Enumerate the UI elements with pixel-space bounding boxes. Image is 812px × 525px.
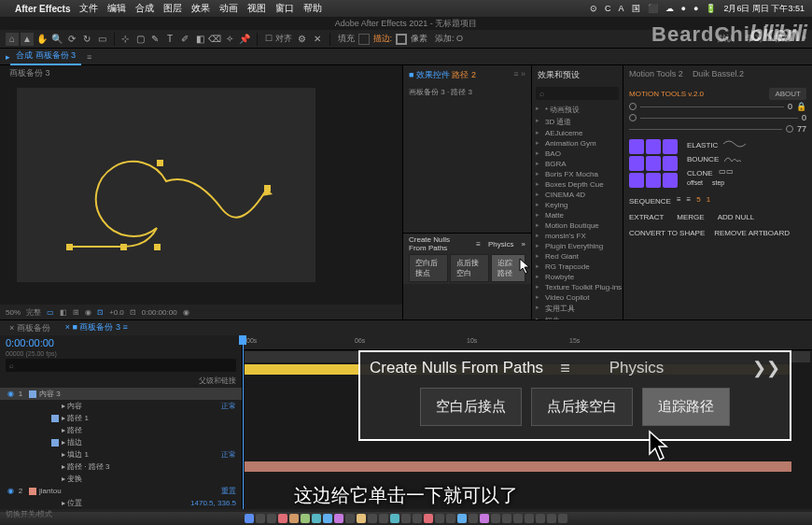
- viewer-icon[interactable]: ⊡: [130, 308, 136, 317]
- preset-folder[interactable]: Plugin Everything: [536, 241, 619, 251]
- zoom-dropdown[interactable]: 50%: [6, 308, 21, 317]
- dock-app[interactable]: [245, 514, 254, 523]
- layer-row[interactable]: ▸ 描边: [0, 436, 242, 448]
- preset-folder[interactable]: Keying: [536, 200, 619, 210]
- dock-app[interactable]: [446, 514, 455, 523]
- layer-row[interactable]: ◉1内容 3: [0, 388, 242, 400]
- cnfp-menu-icon[interactable]: ≡: [476, 240, 481, 248]
- dock-app[interactable]: [435, 514, 444, 523]
- about-button[interactable]: ABOUT: [769, 88, 806, 100]
- dock-app[interactable]: [289, 514, 299, 523]
- menu-file[interactable]: 文件: [79, 2, 98, 15]
- layer-row[interactable]: ▸ 路径: [0, 424, 242, 436]
- preset-list[interactable]: * 动画预设3D 通道AEJuicemeAnimation GymBAOBGRA…: [532, 102, 623, 319]
- elastic-icon[interactable]: [723, 138, 746, 149]
- dock-app[interactable]: [525, 514, 534, 523]
- path-shape[interactable]: [17, 88, 315, 282]
- roto-tool-icon[interactable]: ✧: [223, 33, 236, 46]
- menu-effect[interactable]: 效果: [191, 2, 210, 15]
- comp-menu-icon[interactable]: ≡: [81, 50, 97, 64]
- stroke-swatch[interactable]: [396, 34, 407, 45]
- preset-folder[interactable]: RG Trapcode: [536, 262, 619, 272]
- seq-icon[interactable]: ≡: [677, 195, 681, 204]
- snap-opt2-icon[interactable]: ✕: [311, 33, 324, 46]
- cnfp-title[interactable]: Create Nulls From Paths: [370, 359, 543, 377]
- preset-folder[interactable]: CINEMA 4D: [536, 190, 619, 200]
- bounce-icon[interactable]: [724, 152, 747, 163]
- rotate-tool-icon[interactable]: ↻: [80, 33, 93, 46]
- remove-button[interactable]: REMOVE ARTBOARD: [714, 229, 790, 237]
- preset-folder[interactable]: 实用工具: [536, 303, 619, 315]
- anchor-grid[interactable]: [629, 139, 678, 188]
- menu-view[interactable]: 视图: [247, 2, 266, 15]
- hand-tool-icon[interactable]: ✋: [35, 33, 49, 46]
- cnfp-menu-icon[interactable]: ≡: [560, 359, 570, 378]
- dock-app[interactable]: [513, 514, 523, 523]
- extract-button[interactable]: EXTRACT: [629, 213, 664, 221]
- timecode[interactable]: 0:00:00:00: [0, 335, 242, 350]
- preset-folder[interactable]: Rowbyte: [536, 272, 619, 282]
- zoom-tool-icon[interactable]: 🔍: [50, 33, 63, 46]
- res-dropdown[interactable]: 完整: [26, 307, 41, 318]
- preset-folder[interactable]: AEJuiceme: [536, 128, 619, 138]
- slider-knob[interactable]: [629, 114, 637, 121]
- seq-val[interactable]: 5: [696, 195, 700, 204]
- menu-window[interactable]: 窗口: [275, 2, 294, 15]
- dock-app[interactable]: [357, 514, 366, 523]
- anchor-tool-icon[interactable]: ⊹: [119, 33, 132, 46]
- dock-app[interactable]: [424, 514, 433, 523]
- text-tool-icon[interactable]: T: [163, 33, 176, 46]
- menu-app[interactable]: After Effects: [15, 4, 70, 14]
- preset-folder[interactable]: Texture Toolkit Plug-ins: [536, 282, 619, 292]
- duik-tab[interactable]: Duik Bassel.2: [693, 69, 744, 78]
- slider-val[interactable]: 77: [797, 124, 806, 134]
- menu-help[interactable]: 帮助: [303, 2, 322, 15]
- presets-search[interactable]: ⌕: [536, 87, 619, 100]
- dock-app[interactable]: [301, 514, 310, 523]
- stroke-px[interactable]: 像素: [411, 33, 427, 45]
- clone-tool-icon[interactable]: ◧: [193, 33, 206, 46]
- preset-folder[interactable]: Matte: [536, 210, 619, 220]
- slider-knob[interactable]: [786, 125, 793, 133]
- slider-knob[interactable]: [629, 103, 637, 110]
- layer-row[interactable]: ▸ 内容正常: [0, 400, 242, 412]
- composition-viewer[interactable]: 画板备份 3 50% 完整 ▭ ◧ ⊞ ◉ ⊡ +0.0 ⊡ 0:00:00:0…: [0, 65, 403, 319]
- snap-opt-icon[interactable]: ⚙: [296, 33, 309, 46]
- dock-app[interactable]: [390, 514, 399, 523]
- seq-icon[interactable]: ≡: [687, 195, 692, 204]
- addnull-button[interactable]: ADD NULL: [718, 213, 755, 221]
- menu-edit[interactable]: 编辑: [107, 2, 126, 15]
- viewer-icon[interactable]: ◧: [60, 308, 67, 317]
- viewer-icon[interactable]: ⊞: [73, 308, 79, 317]
- preset-folder[interactable]: BAO: [536, 149, 619, 159]
- layer-bar[interactable]: [245, 461, 791, 472]
- camera-tool-icon[interactable]: ▭: [95, 33, 108, 46]
- cnfp-title-small[interactable]: Create Nulls From Paths: [409, 235, 469, 252]
- comp-tab[interactable]: 合成 画板备份 3: [10, 48, 81, 65]
- fill-swatch[interactable]: [358, 34, 370, 45]
- effect-controls-tab[interactable]: ■ 效果控件: [409, 70, 450, 79]
- dock-app[interactable]: [345, 514, 355, 523]
- preset-folder[interactable]: * 动画预设: [536, 104, 619, 116]
- preset-folder[interactable]: Boris FX Mocha: [536, 169, 619, 179]
- dock-app[interactable]: [334, 514, 343, 523]
- snap-label[interactable]: ☐ 对齐: [265, 33, 292, 45]
- menu-comp[interactable]: 合成: [135, 2, 154, 15]
- viewer-icon[interactable]: ⊡: [97, 308, 104, 317]
- viewer-icon[interactable]: +0.0: [109, 308, 124, 317]
- preset-folder[interactable]: Video Copilot: [536, 292, 619, 303]
- dock-app[interactable]: [547, 514, 556, 523]
- dock-app[interactable]: [413, 514, 422, 523]
- cnfp-btn2-small[interactable]: 点后接空白: [450, 254, 489, 282]
- dock-app[interactable]: [502, 514, 511, 523]
- slider-val[interactable]: 0: [788, 102, 792, 111]
- panel-menu-icon[interactable]: ≡ »: [513, 69, 525, 78]
- dock-app[interactable]: [267, 514, 276, 523]
- chevron-right-icon[interactable]: ❯❯: [752, 358, 780, 378]
- preset-folder[interactable]: Motion Boutique: [536, 220, 619, 231]
- preset-folder[interactable]: monsin's FX: [536, 231, 619, 241]
- layer-row[interactable]: ▸ 填边 1正常: [0, 448, 242, 461]
- seq-unit[interactable]: 1: [707, 195, 710, 204]
- orbit-tool-icon[interactable]: ⟳: [65, 33, 78, 46]
- dock-app[interactable]: [256, 514, 265, 523]
